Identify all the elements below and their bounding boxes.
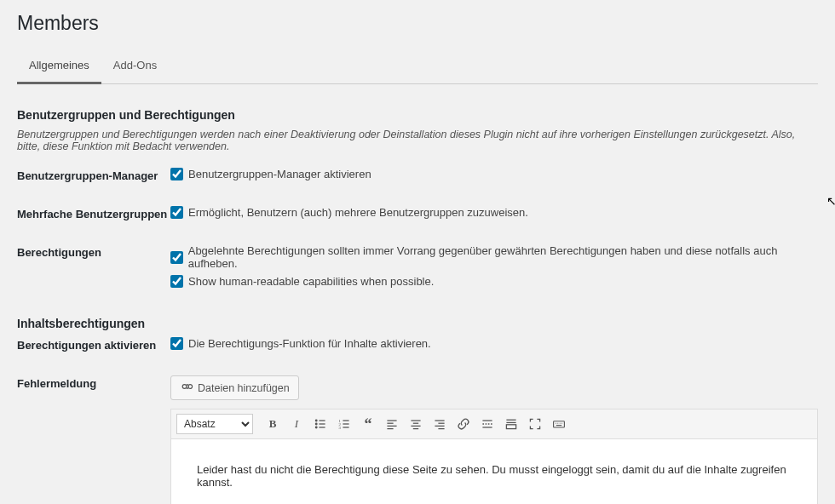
row-permissions: Berechtigungen Abgelehnte Berechtigungen…: [17, 244, 818, 293]
align-left-button[interactable]: [381, 413, 403, 435]
label-error-message: Fehlermeldung: [17, 375, 170, 390]
checkbox-label-enable-permissions: Die Berechtigungs-Funktion für Inhalte a…: [188, 337, 431, 350]
format-select[interactable]: Absatz: [176, 414, 253, 434]
media-icon: [180, 380, 193, 396]
row-role-manager: Benutzergruppen-Manager Benutzergruppen-…: [17, 168, 818, 186]
italic-button[interactable]: I: [285, 413, 308, 435]
checkbox-deny-priority[interactable]: [170, 251, 183, 264]
svg-text:3: 3: [339, 426, 342, 430]
svg-rect-30: [506, 425, 515, 429]
checkbox-line-deny-priority[interactable]: Abgelehnte Berechtigungen sollten immer …: [170, 244, 818, 270]
tab-addons[interactable]: Add-Ons: [101, 50, 169, 84]
section-description-roles: Benutzergruppen und Berechtigungen werde…: [17, 129, 818, 152]
page-title: Members: [17, 12, 818, 35]
toolbar-toggle-button[interactable]: [500, 413, 522, 435]
row-error-message: Fehlermeldung Dateien hinzufügen Absatz …: [17, 375, 818, 504]
bold-button[interactable]: B: [262, 413, 284, 435]
checkbox-multiple-roles[interactable]: [170, 206, 183, 219]
fullscreen-button[interactable]: [524, 413, 546, 435]
add-media-label: Dateien hinzufügen: [198, 382, 290, 394]
checkbox-label-role-manager: Benutzergruppen-Manager aktivieren: [188, 168, 371, 180]
align-right-button[interactable]: [429, 413, 451, 435]
checkbox-human-readable[interactable]: [170, 275, 183, 288]
checkbox-line-human-readable[interactable]: Show human-readable capabilities when po…: [170, 275, 818, 288]
label-permissions: Berechtigungen: [17, 244, 170, 259]
section-heading-content: Inhaltsberechtigungen: [17, 317, 818, 330]
numbered-list-button[interactable]: 123: [333, 413, 355, 435]
row-multiple-roles: Mehrfache Benutzergruppen Ermöglicht, Be…: [17, 206, 818, 224]
checkbox-label-human-readable: Show human-readable capabilities when po…: [188, 275, 434, 288]
svg-point-5: [315, 427, 317, 428]
checkbox-label-deny-priority: Abgelehnte Berechtigungen sollten immer …: [188, 244, 818, 270]
label-multiple-roles: Mehrfache Benutzergruppen: [17, 206, 170, 220]
editor-toolbar: Absatz B I 123 “: [170, 409, 818, 438]
checkbox-role-manager[interactable]: [170, 168, 183, 180]
checkbox-line-role-manager[interactable]: Benutzergruppen-Manager aktivieren: [170, 168, 818, 180]
section-heading-roles: Benutzergruppen und Berechtigungen: [17, 108, 818, 122]
checkbox-label-multiple-roles: Ermöglicht, Benutzern (auch) mehrere Ben…: [188, 206, 528, 219]
svg-point-1: [315, 420, 317, 421]
label-enable-permissions: Berechtigungen aktivieren: [17, 337, 170, 352]
svg-point-3: [315, 423, 317, 425]
link-button[interactable]: [452, 413, 475, 435]
checkbox-enable-permissions[interactable]: [170, 337, 183, 350]
editor-content[interactable]: Leider hast du nicht die Berechtigung di…: [170, 438, 818, 504]
insert-more-button[interactable]: [476, 413, 498, 435]
editor: Absatz B I 123 “: [170, 409, 818, 504]
checkbox-line-multiple-roles[interactable]: Ermöglicht, Benutzern (auch) mehrere Ben…: [170, 206, 818, 219]
add-media-button[interactable]: Dateien hinzufügen: [170, 375, 299, 400]
bulleted-list-button[interactable]: [309, 413, 331, 435]
row-enable-permissions: Berechtigungen aktivieren Die Berechtigu…: [17, 337, 818, 355]
align-center-button[interactable]: [405, 413, 427, 435]
keyboard-button[interactable]: [548, 413, 570, 435]
tab-general[interactable]: Allgemeines: [17, 50, 101, 84]
svg-rect-31: [554, 421, 565, 427]
tabs-nav: Allgemeines Add-Ons: [17, 50, 818, 84]
checkbox-line-enable-permissions[interactable]: Die Berechtigungs-Funktion für Inhalte a…: [170, 337, 818, 350]
blockquote-button[interactable]: “: [357, 413, 379, 435]
label-role-manager: Benutzergruppen-Manager: [17, 168, 170, 182]
svg-point-0: [182, 385, 187, 389]
